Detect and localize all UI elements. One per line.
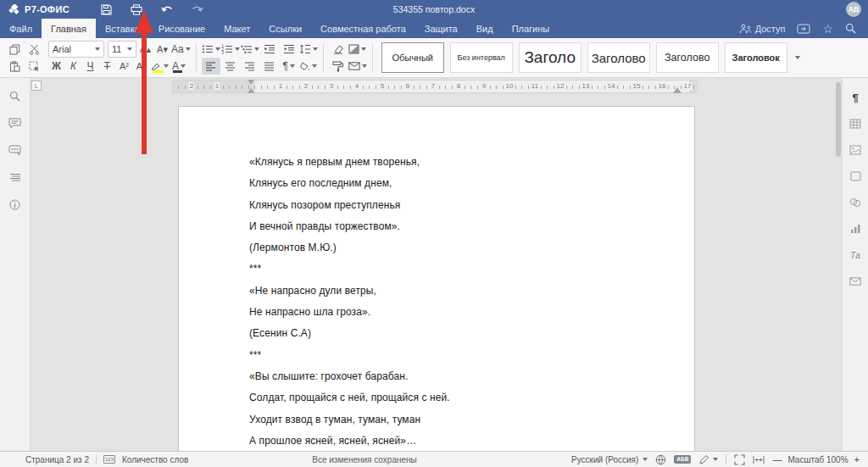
paragraph-settings-button[interactable]: ¶	[847, 90, 864, 105]
fit-page-button[interactable]	[734, 454, 745, 465]
underline-button[interactable]: Ч	[82, 58, 98, 75]
style-preset[interactable]: Заголово	[587, 42, 650, 73]
undo-button[interactable]	[158, 2, 176, 17]
align-left-button[interactable]	[202, 58, 220, 75]
align-right-button[interactable]	[241, 58, 259, 75]
left-indent-marker[interactable]	[248, 88, 254, 93]
paste-button[interactable]	[5, 58, 24, 75]
search-button[interactable]	[845, 23, 856, 34]
zoom-level[interactable]: Масштаб 100%	[787, 455, 848, 464]
page-indicator[interactable]: Страница 2 из 2	[25, 455, 89, 464]
ribbon-tab[interactable]: Ссылки	[259, 19, 311, 38]
ribbon-tab[interactable]: Вставка	[96, 19, 149, 38]
text-art-settings-button[interactable]: Та	[847, 247, 864, 263]
nonprinting-chars-button[interactable]: ¶	[280, 58, 298, 75]
share-access-button[interactable]: Доступ	[739, 24, 786, 34]
sidebar-search-button[interactable]	[7, 88, 24, 103]
mail-merge-button[interactable]	[348, 58, 367, 75]
document-line[interactable]: «Клянусь я первым днем творенья,	[249, 152, 450, 173]
document-line[interactable]: Клянусь позором преступленья	[249, 195, 450, 216]
favorites-button[interactable]: ☆	[822, 22, 833, 36]
cut-button[interactable]	[25, 41, 43, 58]
paragraph-shading-button[interactable]	[299, 58, 318, 75]
align-center-button[interactable]	[221, 58, 240, 75]
superscript-button[interactable]: A²	[116, 58, 132, 75]
decrease-indent-button[interactable]	[260, 41, 279, 58]
document-text[interactable]: «Клянусь я первым днем творенья,Клянусь …	[249, 152, 450, 452]
style-preset[interactable]: Заголовок	[725, 42, 787, 73]
document-line[interactable]: Солдат, прощайся с ней, прощайся с ней.	[249, 387, 450, 409]
document-line[interactable]: «Не напрасно дули ветры,	[249, 281, 450, 302]
sidebar-comments-button[interactable]	[7, 115, 24, 131]
document-line[interactable]: Клянусь его последним днем,	[249, 173, 450, 194]
word-count-button[interactable]: Количество слов	[122, 455, 188, 464]
zoom-in-button[interactable]: +	[854, 454, 860, 464]
italic-button[interactable]: К	[65, 58, 81, 75]
document-language-button[interactable]	[655, 454, 666, 465]
shapes-group-button[interactable]	[847, 195, 864, 210]
font-color-button[interactable]: A	[170, 58, 188, 75]
ribbon-tab[interactable]: Вид	[467, 19, 503, 38]
document-line[interactable]: И вечной правды торжеством».	[249, 216, 450, 237]
bullet-list-button[interactable]	[202, 41, 220, 58]
vertical-scrollbar[interactable]	[835, 78, 842, 451]
clear-style-button[interactable]	[329, 41, 348, 58]
style-preset[interactable]: Обычный	[381, 42, 444, 73]
mail-merge-settings-button[interactable]	[847, 274, 864, 289]
sidebar-about-button[interactable]	[7, 197, 24, 212]
copy-style-button[interactable]	[329, 58, 348, 75]
subscript-button[interactable]: A₂	[133, 58, 149, 75]
track-changes-button[interactable]	[698, 454, 718, 464]
open-file-location-button[interactable]	[797, 24, 810, 34]
increase-font-button[interactable]: A▴	[137, 41, 153, 58]
sidebar-navigation-button[interactable]	[7, 170, 24, 185]
ribbon-tab[interactable]: Защита	[415, 19, 467, 38]
document-page[interactable]: «Клянусь я первым днем творенья,Клянусь …	[178, 106, 695, 451]
table-settings-button[interactable]	[847, 116, 864, 131]
increase-indent-button[interactable]	[280, 41, 298, 58]
change-case-button[interactable]: Aa	[171, 41, 191, 58]
style-preset[interactable]: Заголово	[656, 42, 719, 73]
right-indent-marker[interactable]	[673, 87, 682, 93]
image-settings-button[interactable]	[847, 142, 864, 158]
horizontal-ruler[interactable]: 211234567891011121314151617	[172, 80, 697, 93]
font-name-select[interactable]: Arial	[48, 41, 104, 58]
style-preset[interactable]: Без интервал	[450, 42, 513, 73]
interface-shading-button[interactable]	[348, 41, 367, 58]
ribbon-tab[interactable]: Плагины	[503, 19, 559, 38]
tab-stop-selector[interactable]: L	[31, 81, 42, 91]
ribbon-tab[interactable]: Совместная работа	[311, 19, 415, 38]
font-size-select[interactable]: 11	[108, 41, 136, 58]
avatar[interactable]: AB	[846, 2, 861, 17]
style-preset[interactable]: Заголо	[519, 42, 581, 73]
highlight-color-button[interactable]	[150, 58, 169, 75]
chart-settings-button[interactable]	[847, 221, 864, 236]
select-all-button[interactable]	[25, 58, 43, 75]
document-line[interactable]: «Вы слышите: грохочет барабан.	[249, 366, 450, 387]
numbered-list-button[interactable]: 1 2 3	[221, 41, 240, 58]
align-justify-button[interactable]	[260, 58, 279, 75]
decrease-font-button[interactable]: A▾	[154, 41, 170, 58]
document-line[interactable]: Не напрасно шла гроза».	[249, 302, 450, 323]
bold-button[interactable]: Ж	[48, 58, 64, 75]
print-button[interactable]	[127, 2, 146, 17]
shape-settings-button[interactable]	[847, 169, 864, 184]
document-line[interactable]: (Есенин С.А)	[249, 323, 450, 344]
ribbon-tab[interactable]: Главная	[42, 19, 96, 38]
ribbon-tab[interactable]: Файл	[0, 19, 42, 38]
sidebar-chat-button[interactable]	[7, 142, 24, 158]
styles-gallery-expand-icon[interactable]	[795, 56, 800, 59]
ribbon-tab[interactable]: Рисование	[149, 19, 214, 38]
first-line-indent-marker[interactable]	[248, 80, 254, 85]
document-line[interactable]: ***	[249, 259, 450, 280]
multilevel-list-button[interactable]	[241, 41, 259, 58]
scrollbar-thumb[interactable]	[836, 82, 841, 157]
fit-width-button[interactable]	[753, 455, 765, 464]
line-spacing-button[interactable]	[299, 41, 318, 58]
document-line[interactable]: (Лермонтов М.Ю.)	[249, 237, 450, 259]
copy-button[interactable]	[5, 41, 24, 58]
document-line[interactable]: ***	[249, 345, 450, 366]
language-select[interactable]: Русский (Россия)	[571, 455, 648, 464]
ribbon-tab[interactable]: Макет	[214, 19, 259, 38]
document-line[interactable]: А прошлое ясней, ясней, ясней»…	[249, 431, 450, 452]
